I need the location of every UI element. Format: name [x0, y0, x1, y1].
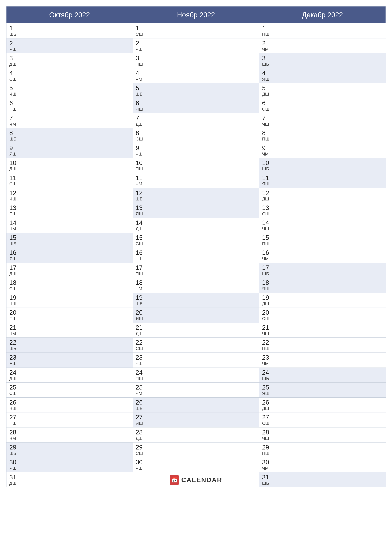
- day-row: 20ПШ: [6, 308, 133, 323]
- day-cell: 28ЧМ: [7, 427, 133, 442]
- day-label: ЯШ: [136, 316, 256, 321]
- day-number: 9: [136, 145, 256, 151]
- day-cell: 23ЧМ: [259, 353, 386, 367]
- day-number: 16: [262, 249, 383, 256]
- day-cell: 30ЧШ: [133, 457, 259, 472]
- day-row: 18ЯШ: [259, 278, 386, 293]
- day-label: ПШ: [262, 346, 383, 351]
- day-cell: 17ДШ: [7, 263, 133, 278]
- day-cell: 6СШ: [259, 98, 386, 113]
- day-label: ЧМ: [262, 466, 383, 471]
- day-row: 4ЧМ: [133, 68, 259, 83]
- day-label: ДШ: [262, 91, 383, 97]
- day-label: ЧМ: [262, 361, 383, 366]
- day-number: 19: [136, 294, 256, 301]
- day-row: 21ЧШ: [259, 323, 386, 338]
- day-number: 10: [9, 159, 130, 166]
- day-cell: 29ПШ: [259, 443, 386, 457]
- day-cell: 21ЧШ: [259, 323, 386, 338]
- day-number: 24: [262, 369, 383, 376]
- day-number: 5: [9, 85, 130, 91]
- day-number: 3: [262, 55, 383, 62]
- day-row: 17ШБ: [259, 263, 386, 278]
- day-row: 16ЧМ: [259, 248, 386, 263]
- day-number: 21: [136, 324, 256, 331]
- day-label: ШБ: [9, 241, 130, 247]
- day-row: 9ЯШ: [6, 143, 133, 158]
- day-cell: 7ДШ: [133, 113, 259, 128]
- day-cell: 24ДШ: [7, 368, 133, 383]
- day-label: ШБ: [262, 271, 383, 277]
- day-number: 16: [9, 249, 130, 256]
- day-cell: 12ЧШ: [7, 188, 133, 203]
- day-row: 19ЧШ: [6, 293, 133, 308]
- day-cell: 📅CALENDAR: [133, 472, 259, 488]
- day-number: 28: [136, 429, 256, 436]
- day-cell: 17ШБ: [259, 263, 386, 278]
- day-row: 8ПШ: [259, 128, 386, 143]
- day-number: 11: [9, 174, 130, 181]
- day-label: ЯШ: [9, 466, 130, 471]
- day-cell: 23ЯШ: [7, 353, 133, 367]
- day-cell: 15ШБ: [7, 233, 133, 248]
- day-number: 20: [9, 309, 130, 316]
- day-label: СШ: [9, 391, 130, 396]
- day-label: ЯШ: [262, 286, 383, 292]
- day-row: 13СШ: [259, 203, 386, 218]
- day-label: ЧШ: [262, 122, 383, 127]
- day-number: 19: [262, 294, 383, 301]
- day-row: 14ЧМ: [6, 218, 133, 233]
- day-label: СШ: [9, 77, 130, 82]
- day-cell: 10ПШ: [133, 158, 259, 173]
- day-label: ДШ: [9, 166, 130, 172]
- day-label: ДШ: [9, 481, 130, 486]
- day-label: ЧШ: [136, 151, 256, 157]
- day-label: ПШ: [9, 421, 130, 426]
- month-col-december: Декабр 20221ПШ2ЧМ3ШБ4ЯШ5ДШ6СШ7ЧШ8ПШ9ЧМ10…: [259, 6, 386, 549]
- day-number: 1: [136, 25, 256, 32]
- day-cell: 20СШ: [259, 308, 386, 323]
- day-row: 29СШ: [133, 443, 259, 458]
- day-number: 25: [262, 384, 383, 391]
- day-row: 26ЧШ: [6, 398, 133, 413]
- day-row: 28ЧШ: [259, 427, 386, 443]
- day-cell: 10ДШ: [7, 158, 133, 173]
- day-cell: 12ДШ: [259, 188, 386, 203]
- day-number: 6: [136, 100, 256, 106]
- day-label: СШ: [136, 136, 256, 142]
- day-cell: 13ПШ: [7, 203, 133, 218]
- day-label: ШБ: [9, 32, 130, 37]
- day-row: 29ШБ: [6, 443, 133, 458]
- day-cell: 1ПШ: [259, 23, 386, 38]
- day-cell: 16ЧШ: [133, 248, 259, 263]
- day-number: 30: [136, 459, 256, 466]
- day-cell: 26ЧШ: [7, 398, 133, 412]
- day-row: 12ШБ: [133, 188, 259, 203]
- day-cell: 11СШ: [7, 173, 133, 188]
- day-cell: 4ЯШ: [259, 68, 386, 83]
- day-cell: 25ЧМ: [133, 383, 259, 397]
- day-row: 25ЧМ: [133, 383, 259, 398]
- day-row: 30ЧМ: [259, 457, 386, 472]
- day-number: 24: [9, 369, 130, 376]
- day-cell: 5ДШ: [259, 83, 386, 98]
- day-cell: 9ЧМ: [259, 143, 386, 158]
- day-cell: 29СШ: [133, 443, 259, 457]
- day-number: 4: [136, 70, 256, 77]
- day-label: ПШ: [9, 211, 130, 217]
- day-row: 19ДШ: [259, 293, 386, 308]
- day-number: 13: [9, 204, 130, 211]
- day-cell: 31ДШ: [7, 472, 133, 487]
- day-cell: 16ЧМ: [259, 248, 386, 263]
- day-label: ЧШ: [262, 331, 383, 336]
- day-number: 2: [136, 40, 256, 47]
- day-row: 18ЧМ: [133, 278, 259, 293]
- day-row: 28ЧМ: [6, 427, 133, 443]
- day-cell: 20ПШ: [7, 308, 133, 323]
- day-row: 11ЧМ: [133, 173, 259, 188]
- day-cell: 11ЯШ: [259, 173, 386, 188]
- day-row: 8ШБ: [6, 128, 133, 143]
- day-number: 22: [9, 339, 130, 346]
- day-row: 5ШБ: [133, 83, 259, 98]
- day-cell: 27ПШ: [7, 412, 133, 427]
